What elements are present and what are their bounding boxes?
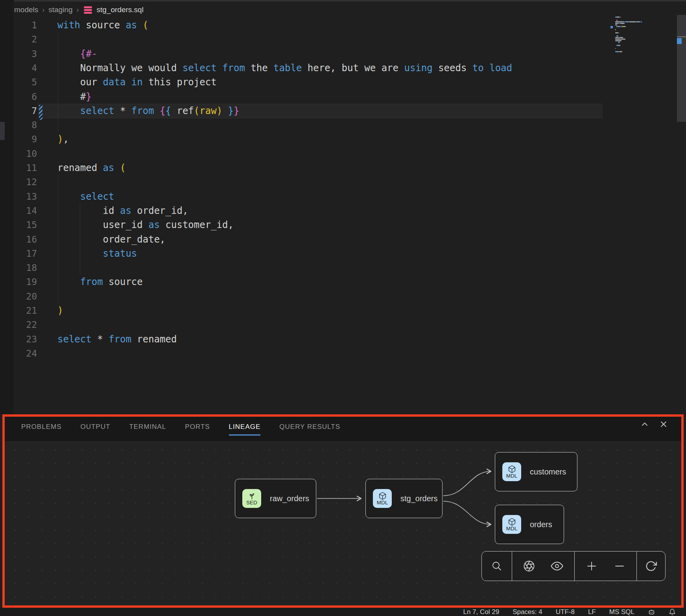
panel-tab-bar: PROBLEMS OUTPUT TERMINAL PORTS LINEAGE Q… xyxy=(21,417,340,438)
code-text: {#- xyxy=(57,47,97,61)
cursor-position-indicator[interactable]: Ln 7, Col 29 xyxy=(463,608,499,616)
overview-ruler-cursor-marker xyxy=(677,36,686,37)
aperture-icon[interactable] xyxy=(518,555,540,577)
plus-icon[interactable] xyxy=(581,555,603,577)
tab-query-results[interactable]: QUERY RESULTS xyxy=(279,423,340,432)
code-line-11[interactable]: 11renamed as ( xyxy=(0,161,686,175)
code-text: status xyxy=(57,246,137,261)
code-text: select * from renamed xyxy=(57,332,177,347)
code-text: id as order_id, xyxy=(57,204,188,218)
line-number: 15 xyxy=(0,218,37,232)
language-mode-indicator[interactable]: MS SQL xyxy=(609,608,634,616)
scrollbar-thumb[interactable] xyxy=(677,15,686,122)
seedling-icon xyxy=(248,492,256,500)
minimap-line xyxy=(615,32,619,33)
minimap-line xyxy=(615,17,621,18)
tab-terminal[interactable]: TERMINAL xyxy=(129,423,166,432)
code-line-17[interactable]: 17 status xyxy=(0,246,686,261)
line-number: 13 xyxy=(0,189,37,204)
editor-scrollbar[interactable] xyxy=(677,0,686,414)
code-line-19[interactable]: 19 from source xyxy=(0,275,686,289)
code-line-3[interactable]: 3 {#- xyxy=(0,47,686,61)
tab-output[interactable]: OUTPUT xyxy=(80,423,110,432)
cube-icon xyxy=(508,518,516,526)
code-line-12[interactable]: 12 xyxy=(0,175,686,189)
code-line-6[interactable]: 6 #} xyxy=(0,90,686,104)
tab-lineage[interactable]: LINEAGE xyxy=(229,423,261,432)
minimap[interactable] xyxy=(613,17,677,64)
minus-icon[interactable] xyxy=(609,555,631,577)
code-line-2[interactable]: 2 xyxy=(0,32,686,47)
minimap-line xyxy=(615,26,626,27)
code-line-22[interactable]: 22 xyxy=(0,318,686,332)
code-text: from source xyxy=(57,275,143,289)
encoding-indicator[interactable]: UTF-8 xyxy=(556,608,575,616)
code-line-24[interactable]: 24 xyxy=(0,346,686,361)
code-line-15[interactable]: 15 user_id as customer_id, xyxy=(0,218,686,232)
line-number: 4 xyxy=(0,61,37,75)
code-text: ) xyxy=(57,303,63,318)
code-text: Normally we would select from the table … xyxy=(57,61,512,75)
code-line-9[interactable]: 9), xyxy=(0,132,686,147)
code-line-5[interactable]: 5 our data in this project xyxy=(0,75,686,90)
model-badge: MDL xyxy=(502,515,521,534)
tab-problems[interactable]: PROBLEMS xyxy=(21,423,61,432)
minimap-line xyxy=(615,45,620,46)
code-text: #} xyxy=(57,90,92,104)
line-number: 2 xyxy=(0,32,37,47)
minimap-line xyxy=(615,35,618,37)
lineage-toolbar xyxy=(481,551,666,581)
minimap-line xyxy=(615,29,616,30)
minimap-modified-marker xyxy=(610,26,613,28)
bell-icon[interactable] xyxy=(669,609,676,616)
minimap-line xyxy=(615,24,617,26)
line-number: 18 xyxy=(0,261,37,275)
panel-actions xyxy=(640,420,668,428)
eye-icon[interactable] xyxy=(546,555,568,577)
code-line-7[interactable]: 7 select * from {{ ref(raw) }} xyxy=(0,104,686,118)
refresh-icon[interactable] xyxy=(640,555,662,577)
close-icon[interactable] xyxy=(659,420,668,428)
search-icon[interactable] xyxy=(486,555,508,577)
code-text: select xyxy=(57,189,114,204)
minimap-line xyxy=(615,48,616,49)
line-number: 20 xyxy=(0,289,37,304)
line-number: 12 xyxy=(0,175,37,189)
line-number: 5 xyxy=(0,75,37,90)
lineage-node-customers[interactable]: MDL customers xyxy=(495,452,577,491)
cube-icon xyxy=(378,492,387,500)
badge-label: MDL xyxy=(377,500,388,506)
lineage-node-raw_orders[interactable]: SED raw_orders xyxy=(235,479,316,518)
minimap-line xyxy=(615,23,625,24)
robot-icon[interactable] xyxy=(648,608,655,616)
node-label: customers xyxy=(530,467,566,476)
overview-ruler-modified-marker xyxy=(677,38,682,44)
badge-label: MDL xyxy=(506,473,518,479)
lineage-node-orders[interactable]: MDL orders xyxy=(495,505,564,544)
code-line-16[interactable]: 16 order_date, xyxy=(0,232,686,247)
code-editor[interactable]: 1with source as (23 {#-4 Normally we wou… xyxy=(0,0,686,414)
code-line-8[interactable]: 8 xyxy=(0,118,686,132)
line-number: 14 xyxy=(0,204,37,218)
node-label: orders xyxy=(530,520,552,529)
node-label: stg_orders xyxy=(400,494,438,503)
indentation-indicator[interactable]: Spaces: 4 xyxy=(513,608,542,616)
line-number: 16 xyxy=(0,232,37,247)
code-line-18[interactable]: 18 xyxy=(0,261,686,275)
chevron-up-icon[interactable] xyxy=(640,420,649,428)
code-line-1[interactable]: 1with source as ( xyxy=(0,18,686,33)
tab-ports[interactable]: PORTS xyxy=(185,423,210,432)
badge-label: SED xyxy=(246,500,257,506)
code-line-20[interactable]: 20 xyxy=(0,289,686,304)
code-line-4[interactable]: 4 Normally we would select from the tabl… xyxy=(0,61,686,75)
code-line-21[interactable]: 21) xyxy=(0,303,686,318)
lineage-node-stg_orders[interactable]: MDL stg_orders xyxy=(365,479,443,518)
code-line-14[interactable]: 14 id as order_id, xyxy=(0,204,686,218)
eol-indicator[interactable]: LF xyxy=(588,608,596,616)
line-number: 17 xyxy=(0,246,37,261)
code-line-23[interactable]: 23select * from renamed xyxy=(0,332,686,347)
line-number: 11 xyxy=(0,161,37,175)
code-line-10[interactable]: 10 xyxy=(0,147,686,161)
code-line-13[interactable]: 13 select xyxy=(0,189,686,204)
seed-badge: SED xyxy=(242,489,261,508)
